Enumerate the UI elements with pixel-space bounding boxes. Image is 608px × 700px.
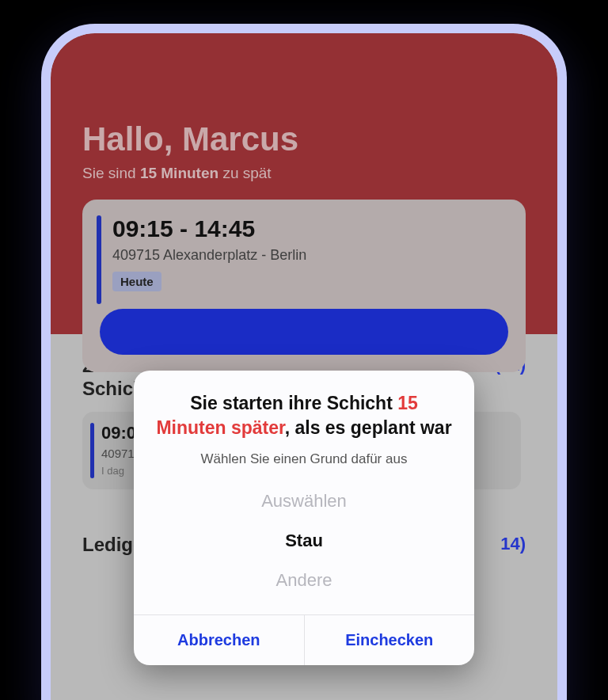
modal-actions: Abbrechen Einchecken [134, 614, 474, 665]
header: Hallo, Marcus Sie sind 15 Minuten zu spä… [51, 33, 557, 334]
picker-option-next[interactable]: Andere [156, 561, 452, 600]
accent-bar-icon [97, 215, 101, 304]
modal-title-b: , als es geplant war [285, 417, 452, 438]
modal-title-a: Sie starten ihre Schicht [190, 393, 397, 413]
confirm-button[interactable]: Einchecken [304, 615, 475, 665]
shift-location: 409715 Alexanderplatz - Berlin [112, 247, 508, 264]
late-status: Sie sind 15 Minuten zu spät [82, 165, 526, 182]
current-shift-card[interactable]: 09:15 - 14:45 409715 Alexanderplatz - Be… [82, 200, 526, 372]
modal-subtitle: Wählen Sie einen Grund dafür aus [156, 451, 452, 467]
cancel-button[interactable]: Abbrechen [134, 615, 304, 665]
late-amount: 15 Minuten [140, 165, 218, 181]
accent-bar-icon [90, 423, 94, 478]
picker-option-prev[interactable]: Auswählen [156, 481, 452, 521]
today-badge: Heute [112, 272, 162, 291]
late-suffix: zu spät [218, 165, 272, 181]
late-reason-modal: Sie starten ihre Schicht 15 Minuten spät… [134, 371, 474, 665]
reason-picker[interactable]: Auswählen Stau Andere [156, 481, 452, 600]
checkin-button[interactable] [100, 309, 508, 355]
late-prefix: Sie sind [82, 165, 140, 181]
phone-frame: Hallo, Marcus Sie sind 15 Minuten zu spä… [41, 24, 567, 700]
greeting-text: Hallo, Marcus [82, 120, 526, 158]
app-screen: Hallo, Marcus Sie sind 15 Minuten zu spä… [51, 33, 557, 700]
modal-title: Sie starten ihre Schicht 15 Minuten spät… [156, 391, 452, 440]
shift-time: 09:15 - 14:45 [112, 215, 508, 242]
picker-option-selected[interactable]: Stau [156, 521, 452, 561]
available-count[interactable]: 14) [500, 534, 526, 554]
